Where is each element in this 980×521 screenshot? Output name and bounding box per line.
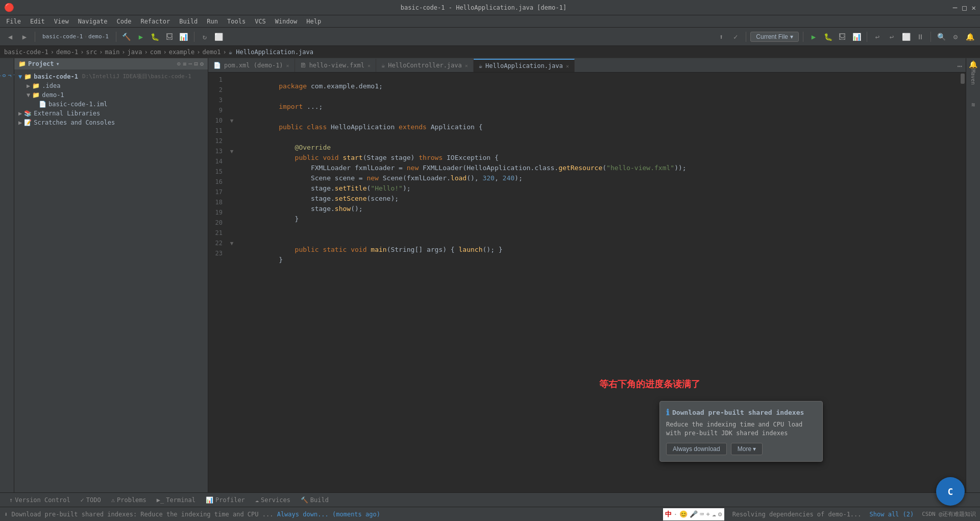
settings-icon[interactable]: ⚙ xyxy=(949,31,962,43)
gutter-10[interactable]: ▼ xyxy=(227,115,237,126)
forward-button[interactable]: ▶ xyxy=(18,31,31,43)
project-icon[interactable]: Proj xyxy=(1,60,13,91)
tab-controller-close[interactable]: ✕ xyxy=(465,63,468,68)
tab-services[interactable]: ☁ Services xyxy=(250,493,296,507)
profile-toolbar-button[interactable]: 📊 xyxy=(850,31,863,43)
breadcrumb-item[interactable]: example xyxy=(169,49,195,56)
maximize-button[interactable]: □ xyxy=(962,4,966,12)
vcs-update[interactable]: ⬆ xyxy=(715,31,727,43)
notifications-icon[interactable]: 🔔 xyxy=(964,31,976,43)
tab-fxml[interactable]: 🖹 hello-view.fxml ✕ xyxy=(295,59,376,72)
rerun2-button[interactable]: ↩ xyxy=(886,31,898,43)
tab-pom[interactable]: 📄 pom.xml (demo-1) ✕ xyxy=(208,59,295,72)
maven-panel[interactable]: Maven xyxy=(970,69,976,100)
breadcrumb-sep: › xyxy=(99,49,103,56)
tree-demo1[interactable]: ▼ 📁 demo-1 xyxy=(14,90,208,100)
settings-gear-icon[interactable]: ⚙ xyxy=(200,60,204,67)
code-editor[interactable]: package com.example.demo1; import ...; p… xyxy=(237,73,960,492)
menu-edit[interactable]: Edit xyxy=(26,17,49,26)
ime-plus: + xyxy=(706,510,710,518)
tab-version-control[interactable]: ↑ Version Control xyxy=(4,493,76,507)
minimize-button[interactable]: ─ xyxy=(953,4,957,12)
back-button[interactable]: ◀ xyxy=(4,31,16,43)
tab-terminal[interactable]: ▶_ Terminal xyxy=(152,493,201,507)
stop2-button[interactable]: ⬜ xyxy=(900,31,912,43)
menu-code[interactable]: Code xyxy=(113,17,136,26)
update-button[interactable]: ↻ xyxy=(199,31,211,43)
tab-build[interactable]: 🔨 Build xyxy=(296,493,334,507)
build-button[interactable]: 🔨 xyxy=(120,31,133,43)
tab-helloapplication[interactable]: ☕ HelloApplication.java ✕ xyxy=(474,59,575,72)
gutter-13[interactable]: ▼ xyxy=(227,146,237,156)
fold-10-icon[interactable]: ▼ xyxy=(230,117,234,124)
breadcrumb-item[interactable]: java xyxy=(128,49,142,56)
statusbar: ⬇ Download pre-built shared indexes: Red… xyxy=(0,507,980,521)
menu-view[interactable]: View xyxy=(50,17,73,26)
tab-overflow-icon[interactable]: ⋯ xyxy=(953,60,966,72)
tree-idea[interactable]: ▶ 📁 .idea xyxy=(14,81,208,90)
run-button[interactable]: ▶ xyxy=(135,31,147,43)
debug-button[interactable]: 🐛 xyxy=(149,31,161,43)
breadcrumb-item[interactable]: com xyxy=(150,49,161,56)
vertical-scrollbar[interactable] xyxy=(960,73,966,492)
project-name-label: basic-code-1 xyxy=(42,33,83,40)
coverage-toolbar-button[interactable]: ⛾ xyxy=(836,31,848,43)
hide-panel-icon[interactable]: ⊟ xyxy=(194,60,198,67)
close-button[interactable]: ✕ xyxy=(972,4,976,12)
menu-file[interactable]: File xyxy=(2,17,25,26)
breadcrumb-item[interactable]: src xyxy=(86,49,97,56)
menu-refactor[interactable]: Refactor xyxy=(136,17,174,26)
dropdown-icon[interactable]: ▾ xyxy=(56,60,60,67)
profile-button[interactable]: 📊 xyxy=(178,31,190,43)
always-download-button[interactable]: Always download xyxy=(666,443,727,455)
current-file-button[interactable]: Current File ▾ xyxy=(750,32,799,42)
stop-button[interactable]: ⬜ xyxy=(213,31,225,43)
breadcrumb-sep: › xyxy=(51,49,54,56)
tab-fxml-close[interactable]: ✕ xyxy=(368,63,371,68)
breadcrumb-item[interactable]: demo1 xyxy=(202,49,220,56)
locate-file-icon[interactable]: ⊙ xyxy=(177,60,181,67)
notifications-panel-icon[interactable]: 🔔 xyxy=(969,60,977,68)
menu-help[interactable]: Help xyxy=(302,17,325,26)
breadcrumb-filename[interactable]: ☕ HelloApplication.java xyxy=(229,49,313,56)
gutter-15 xyxy=(227,167,237,177)
run-toolbar-button[interactable]: ▶ xyxy=(807,31,820,43)
tree-iml[interactable]: 📄 basic-code-1.iml xyxy=(14,100,208,109)
search-everywhere-icon[interactable]: 🔍 xyxy=(935,31,947,43)
tab-controller[interactable]: ☕ HelloController.java ✕ xyxy=(376,59,474,72)
pause-button[interactable]: ⏸ xyxy=(914,31,926,43)
tab-todo[interactable]: ✓ TODO xyxy=(76,493,106,507)
vcs-commit[interactable]: ✓ xyxy=(729,31,742,43)
menu-tools[interactable]: Tools xyxy=(223,17,250,26)
tab-helloapplication-close[interactable]: ✕ xyxy=(566,63,569,69)
git-panel[interactable]: ≋ xyxy=(971,101,975,108)
tree-ext-libs[interactable]: ▶ 📚 External Libraries xyxy=(14,109,208,118)
tab-profiler[interactable]: 📊 Profiler xyxy=(201,493,250,507)
tab-pom-close[interactable]: ✕ xyxy=(286,63,289,68)
menu-window[interactable]: Window xyxy=(271,17,301,26)
breadcrumb-item[interactable]: demo-1 xyxy=(56,49,78,56)
debug-toolbar-button[interactable]: 🐛 xyxy=(822,31,834,43)
run-config[interactable]: basic-code-1 › demo-1 xyxy=(39,31,112,43)
collapse-all-icon[interactable]: ≡ xyxy=(183,60,186,67)
gutter-22[interactable]: ▼ xyxy=(227,238,237,248)
floating-action-button[interactable]: C xyxy=(936,477,965,506)
menu-navigate[interactable]: Navigate xyxy=(74,17,112,26)
more-button[interactable]: More ▾ xyxy=(731,443,763,455)
gutter-14 xyxy=(227,156,237,167)
main-area: Proj 📁 Project ▾ ⊙ ≡ ⋯ ⊟ ⚙ ▼ 📁 basic-cod… xyxy=(0,58,980,492)
fold-13-icon[interactable]: ▼ xyxy=(230,148,234,155)
show-all-button[interactable]: Show all (2) xyxy=(870,511,914,518)
menu-build[interactable]: Build xyxy=(175,17,202,26)
coverage-button[interactable]: ⛾ xyxy=(163,31,176,43)
breadcrumb-item[interactable]: basic-code-1 xyxy=(4,49,48,56)
menu-run[interactable]: Run xyxy=(203,17,222,26)
rerun-button[interactable]: ↩ xyxy=(871,31,884,43)
tab-problems[interactable]: ⚠ Problems xyxy=(106,493,152,507)
fold-22-icon[interactable]: ▼ xyxy=(230,240,234,247)
breadcrumb-item[interactable]: main xyxy=(105,49,119,56)
menu-vcs[interactable]: VCS xyxy=(251,17,270,26)
tree-root[interactable]: ▼ 📁 basic-code-1 D:\IntelliJ IDEA项目\basi… xyxy=(14,72,208,81)
dots-icon[interactable]: ⋯ xyxy=(188,60,192,67)
tree-scratches[interactable]: ▶ 📝 Scratches and Consoles xyxy=(14,118,208,127)
